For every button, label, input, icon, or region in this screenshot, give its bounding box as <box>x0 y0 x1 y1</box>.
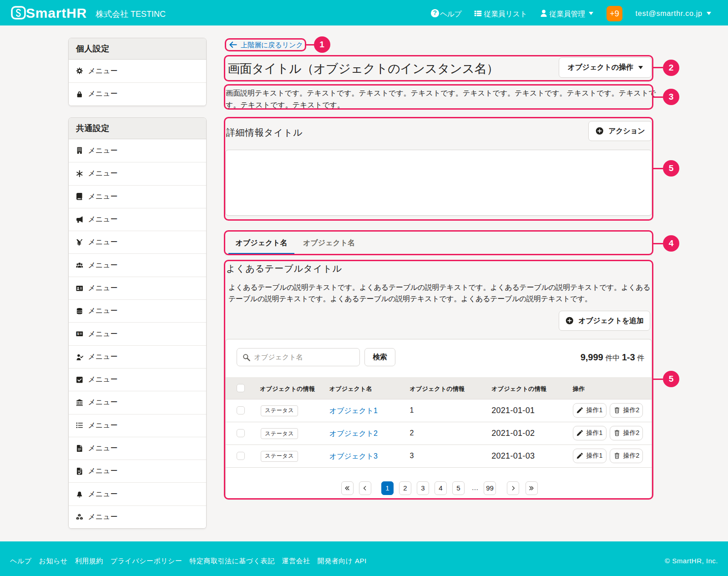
svg-text:$: $ <box>77 332 79 336</box>
